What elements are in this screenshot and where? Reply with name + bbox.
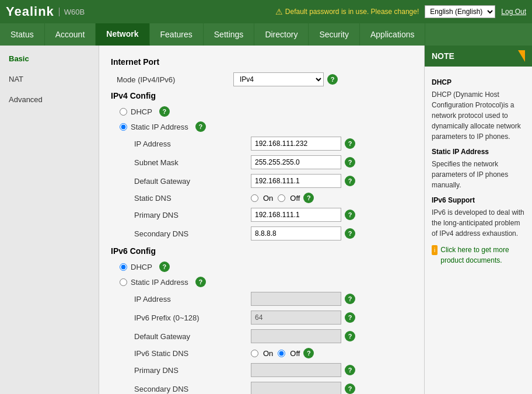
default-gateway-control: ? — [251, 174, 355, 188]
static-dns-row: Static DNS On Off ? — [111, 193, 412, 203]
ipv6-static-dns-control: On Off ? — [251, 348, 314, 358]
note-link-text: Click here to get more product documents… — [440, 245, 525, 266]
ip-address-help-icon[interactable]: ? — [345, 138, 355, 149]
ip-address-input[interactable] — [251, 137, 341, 151]
logo: Yealink — [6, 4, 54, 19]
ipv6-primary-dns-label: Primary DNS — [134, 366, 251, 375]
static-dns-label: Static DNS — [134, 194, 251, 203]
note-link[interactable]: i Click here to get more product documen… — [432, 245, 525, 266]
subnet-mask-control: ? — [251, 155, 355, 169]
tab-directory[interactable]: Directory — [254, 23, 309, 46]
ipv4-config-header: IPv4 Config — [111, 91, 412, 100]
tab-network[interactable]: Network — [96, 23, 149, 46]
logout-link[interactable]: Log Out — [501, 8, 526, 16]
static-ip-radio-row: Static IP Address ? — [111, 121, 412, 132]
sidebar-item-advanced[interactable]: Advanced — [0, 89, 99, 110]
ipv6-dhcp-help-icon[interactable]: ? — [159, 261, 170, 272]
secondary-dns-help-icon[interactable]: ? — [345, 228, 355, 239]
note-static-title: Static IP Address — [432, 147, 525, 157]
ip-address-row: IP Address ? — [111, 137, 412, 151]
sidebar: Basic NAT Advanced — [0, 46, 99, 394]
mode-select[interactable]: IPv4 IPv6 IPv4&IPv6 — [233, 72, 324, 86]
language-select[interactable]: English (English) — [425, 5, 495, 18]
ipv6-prefix-help-icon[interactable]: ? — [345, 312, 355, 323]
ipv6-secondary-dns-label: Secondary DNS — [134, 385, 251, 393]
subnet-mask-input[interactable] — [251, 155, 341, 169]
tab-features[interactable]: Features — [150, 23, 204, 46]
internet-port-header: Internet Port — [111, 57, 412, 67]
ipv6-ip-control: ? — [251, 292, 355, 306]
default-gateway-row: Default Gateway ? — [111, 174, 412, 188]
warning-icon: ⚠ — [275, 7, 283, 16]
note-panel: NOTE DHCP DHCP (Dynamic Host Configurati… — [424, 46, 532, 394]
ipv6-static-radio[interactable] — [120, 278, 127, 286]
subnet-mask-row: Subnet Mask ? — [111, 155, 412, 169]
ipv6-static-dns-off-label: Off — [290, 349, 300, 358]
static-dns-off-label: Off — [290, 194, 300, 203]
content-area: Internet Port Mode (IPv4/IPv6) IPv4 IPv6… — [99, 46, 424, 394]
tab-security[interactable]: Security — [309, 23, 360, 46]
mode-help-icon[interactable]: ? — [327, 74, 338, 85]
ipv6-ip-help-icon[interactable]: ? — [345, 294, 355, 304]
default-gateway-label: Default Gateway — [134, 177, 251, 186]
gateway-help-icon[interactable]: ? — [345, 176, 355, 186]
ipv6-static-dns-label: IPv6 Static DNS — [134, 349, 251, 358]
secondary-dns-input[interactable] — [251, 226, 341, 240]
nav-tabs: Status Account Network Features Settings… — [0, 23, 532, 46]
static-ip-label: Static IP Address — [131, 123, 188, 131]
primary-dns-row: Primary DNS ? — [111, 208, 412, 222]
secondary-dns-control: ? — [251, 226, 355, 240]
ipv6-config-header: IPv6 Config — [111, 246, 412, 256]
dhcp-radio[interactable] — [120, 108, 127, 116]
tab-applications[interactable]: Applications — [360, 23, 426, 46]
static-dns-help-icon[interactable]: ? — [303, 193, 314, 203]
static-ip-radio[interactable] — [120, 123, 127, 131]
default-gateway-input[interactable] — [251, 174, 341, 188]
note-static-text: Specifies the network parameters of IP p… — [432, 159, 525, 190]
ipv6-static-dns-off-radio[interactable] — [278, 350, 285, 357]
ipv6-static-help-icon[interactable]: ? — [195, 277, 206, 287]
note-triangle — [518, 50, 525, 62]
ipv6-static-dns-on-radio[interactable] — [251, 350, 258, 357]
sidebar-item-basic[interactable]: Basic — [0, 48, 99, 69]
ipv6-secondary-dns-input[interactable] — [251, 382, 341, 394]
ipv6-static-dns-row: IPv6 Static DNS On Off ? — [111, 348, 412, 358]
ipv6-gateway-help-icon[interactable]: ? — [345, 331, 355, 341]
main-layout: Basic NAT Advanced Internet Port Mode (I… — [0, 46, 532, 394]
ipv6-primary-dns-row: Primary DNS ? — [111, 363, 412, 377]
ipv6-static-row: Static IP Address ? — [111, 277, 412, 287]
ipv6-ip-input[interactable] — [251, 292, 341, 306]
tab-account[interactable]: Account — [45, 23, 96, 46]
dhcp-help-icon[interactable]: ? — [159, 106, 170, 117]
subnet-help-icon[interactable]: ? — [345, 157, 355, 168]
ipv6-static-dns-on-label: On — [263, 349, 273, 358]
static-dns-off-radio[interactable] — [278, 194, 285, 202]
primary-dns-input[interactable] — [251, 208, 341, 222]
ipv6-prefix-row: IPv6 Prefix (0~128) ? — [111, 311, 412, 325]
static-dns-on-radio[interactable] — [251, 194, 258, 202]
ipv6-prefix-label: IPv6 Prefix (0~128) — [134, 313, 251, 322]
mode-row: Mode (IPv4/IPv6) IPv4 IPv6 IPv4&IPv6 ? — [111, 72, 412, 86]
ipv6-static-dns-toggle: On Off — [251, 349, 300, 358]
primary-dns-help-icon[interactable]: ? — [345, 210, 355, 220]
static-ip-help-icon[interactable]: ? — [195, 121, 206, 132]
ipv6-primary-dns-input[interactable] — [251, 363, 341, 377]
ipv6-static-dns-help-icon[interactable]: ? — [303, 348, 314, 358]
sidebar-item-nat[interactable]: NAT — [0, 69, 99, 89]
secondary-dns-label: Secondary DNS — [134, 229, 251, 238]
ipv6-dhcp-row: DHCP ? — [111, 261, 412, 272]
ipv6-prefix-control: ? — [251, 311, 355, 325]
ipv6-prefix-input[interactable] — [251, 311, 341, 325]
ipv6-dhcp-radio[interactable] — [120, 263, 127, 271]
ipv6-secondary-dns-help-icon[interactable]: ? — [345, 383, 355, 394]
tab-status[interactable]: Status — [0, 23, 45, 46]
top-bar-right: ⚠ Default password is in use. Please cha… — [275, 5, 526, 18]
static-dns-control: On Off ? — [251, 193, 314, 203]
ipv6-gateway-input[interactable] — [251, 329, 341, 343]
primary-dns-control: ? — [251, 208, 355, 222]
ipv6-primary-dns-control: ? — [251, 363, 355, 377]
logo-area: Yealink W60B — [6, 4, 85, 19]
tab-settings[interactable]: Settings — [204, 23, 255, 46]
ipv6-primary-dns-help-icon[interactable]: ? — [345, 365, 355, 375]
dhcp-label: DHCP — [131, 107, 152, 116]
